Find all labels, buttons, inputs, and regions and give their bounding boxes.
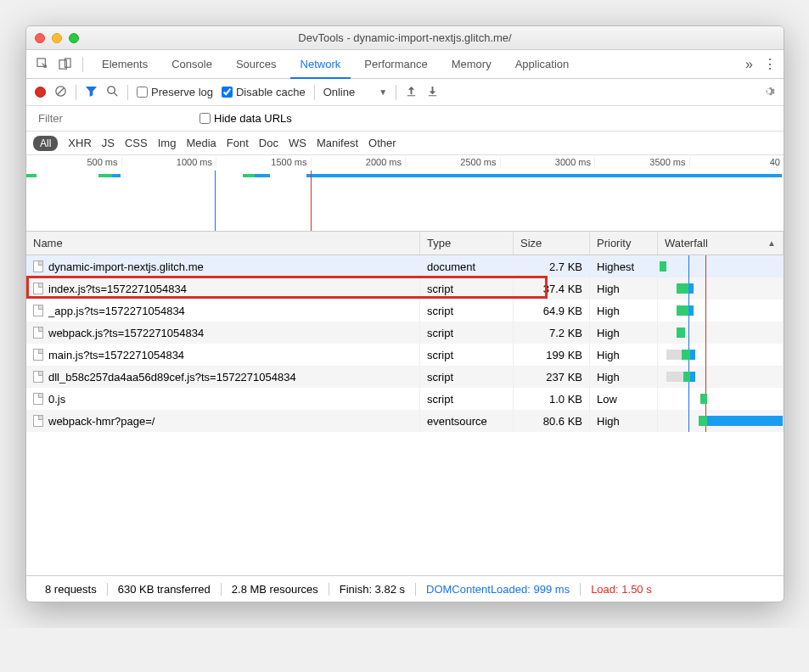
sort-asc-icon: ▲	[767, 238, 776, 248]
type-doc[interactable]: Doc	[259, 137, 278, 149]
type-ws[interactable]: WS	[289, 137, 306, 149]
filter-input[interactable]	[33, 110, 186, 126]
file-icon	[33, 260, 43, 272]
type-manifest[interactable]: Manifest	[317, 137, 358, 149]
table-row[interactable]: index.js?ts=1572271054834 script 37.4 KB…	[26, 277, 784, 300]
titlebar: DevTools - dynamic-import-nextjs.glitch.…	[26, 26, 784, 50]
status-resources: 2.8 MB resources	[222, 583, 329, 596]
file-icon	[33, 305, 43, 316]
device-toolbar-icon[interactable]	[55, 55, 74, 74]
tab-elements[interactable]: Elements	[92, 50, 158, 79]
type-other[interactable]: Other	[368, 137, 396, 149]
file-icon	[33, 327, 43, 339]
preserve-log-checkbox[interactable]: Preserve log	[137, 86, 213, 98]
file-icon	[33, 393, 43, 405]
devtools-window: DevTools - dynamic-import-nextjs.glitch.…	[25, 25, 784, 602]
col-name[interactable]: Name	[26, 232, 420, 255]
type-filter-bar: All XHR JS CSS Img Media Font Doc WS Man…	[26, 132, 784, 155]
tab-network[interactable]: Network	[290, 50, 351, 79]
chevron-down-icon: ▼	[379, 87, 387, 97]
table-row[interactable]: 0.js script 1.0 KB Low	[26, 388, 784, 410]
tab-performance[interactable]: Performance	[354, 50, 437, 79]
file-icon	[33, 371, 43, 383]
table-row[interactable]: _app.js?ts=1572271054834 script 64.9 KB …	[26, 300, 784, 322]
filter-bar: Hide data URLs	[26, 106, 784, 132]
maximize-icon[interactable]	[69, 33, 79, 43]
window-title: DevTools - dynamic-import-nextjs.glitch.…	[26, 31, 784, 44]
close-icon[interactable]	[35, 33, 45, 43]
disable-cache-checkbox[interactable]: Disable cache	[222, 86, 306, 98]
search-icon[interactable]	[106, 85, 119, 100]
tab-sources[interactable]: Sources	[226, 50, 287, 79]
kebab-menu-icon[interactable]: ⋮	[763, 56, 777, 72]
col-size[interactable]: Size	[514, 232, 590, 255]
table-row[interactable]: webpack.js?ts=1572271054834 script 7.2 K…	[26, 322, 784, 344]
separator	[127, 85, 128, 100]
col-priority[interactable]: Priority	[590, 232, 658, 255]
clear-button[interactable]	[54, 85, 67, 100]
timeline-overview[interactable]: 500 ms 1000 ms 1500 ms 2000 ms 2500 ms 3…	[26, 155, 784, 232]
status-requests: 8 requests	[35, 583, 108, 596]
inspect-element-icon[interactable]	[33, 55, 52, 74]
separator	[82, 57, 83, 72]
traffic-lights	[35, 33, 79, 43]
type-media[interactable]: Media	[186, 137, 216, 149]
file-icon	[33, 283, 43, 294]
status-bar: 8 requests 630 KB transferred 2.8 MB res…	[26, 576, 784, 602]
table-row[interactable]: main.js?ts=1572271054834 script 199 KB H…	[26, 344, 784, 366]
separator	[314, 85, 315, 100]
status-finish: Finish: 3.82 s	[329, 583, 416, 596]
empty-grid-area	[26, 432, 784, 576]
type-css[interactable]: CSS	[125, 137, 148, 149]
settings-icon[interactable]	[762, 85, 775, 100]
status-load: Load: 1.50 s	[581, 583, 662, 596]
table-row[interactable]: dynamic-import-nextjs.glitch.me document…	[26, 255, 784, 277]
download-har-icon[interactable]	[426, 85, 439, 100]
col-waterfall[interactable]: Waterfall▲	[658, 232, 784, 255]
type-all[interactable]: All	[33, 136, 58, 151]
tab-console[interactable]: Console	[161, 50, 222, 79]
file-icon	[33, 349, 43, 361]
filter-icon[interactable]	[85, 85, 98, 100]
tab-application[interactable]: Application	[505, 50, 580, 79]
request-table: dynamic-import-nextjs.glitch.me document…	[26, 255, 784, 432]
upload-har-icon[interactable]	[405, 85, 418, 100]
table-row[interactable]: dll_b58c257da4aa56d89cef.js?ts=157227105…	[26, 366, 784, 388]
separator	[396, 85, 396, 100]
col-type[interactable]: Type	[420, 232, 514, 255]
record-button[interactable]	[35, 87, 46, 98]
timeline-labels: 500 ms 1000 ms 1500 ms 2000 ms 2500 ms 3…	[26, 157, 784, 167]
hide-data-urls-checkbox[interactable]: Hide data URLs	[199, 112, 292, 125]
type-js[interactable]: JS	[102, 137, 115, 149]
tab-memory[interactable]: Memory	[441, 50, 502, 79]
throttle-select[interactable]: Online▼	[323, 86, 387, 98]
svg-point-4	[108, 86, 115, 92]
more-tabs-icon[interactable]: »	[745, 57, 753, 72]
network-toolbar: Preserve log Disable cache Online▼	[26, 79, 784, 106]
table-header: Name Type Size Priority Waterfall▲	[26, 232, 784, 255]
separator	[76, 85, 76, 100]
status-transferred: 630 KB transferred	[108, 583, 222, 596]
table-row[interactable]: webpack-hmr?page=/ eventsource 80.6 KB H…	[26, 410, 784, 432]
minimize-icon[interactable]	[52, 33, 62, 43]
type-img[interactable]: Img	[158, 137, 177, 149]
status-dcl: DOMContentLoaded: 999 ms	[416, 583, 581, 596]
type-xhr[interactable]: XHR	[68, 137, 91, 149]
main-tabs: Elements Console Sources Network Perform…	[26, 50, 784, 79]
type-font[interactable]: Font	[227, 137, 249, 149]
file-icon	[33, 415, 43, 427]
